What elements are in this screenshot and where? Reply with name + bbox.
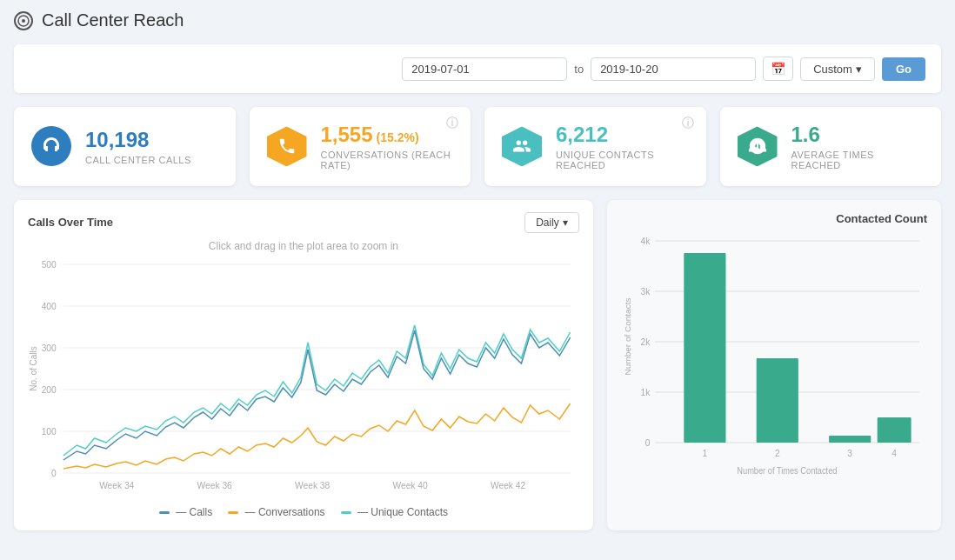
svg-point-1 xyxy=(22,19,25,23)
svg-text:300: 300 xyxy=(42,343,57,353)
chart-hint: Click and drag in the plot area to zoom … xyxy=(28,240,579,252)
svg-rect-34 xyxy=(878,417,912,443)
svg-text:Week 42: Week 42 xyxy=(491,481,526,490)
svg-text:0: 0 xyxy=(645,437,651,447)
svg-text:Week 36: Week 36 xyxy=(197,481,233,490)
stat-info-average: 1.6 AVERAGE TIMES REACHED xyxy=(791,123,925,170)
stat-info-conversations: 1,555 (15.2%) CONVERSATIONS (REACH RATE) xyxy=(321,123,454,170)
svg-text:3k: 3k xyxy=(640,285,650,296)
bar-chart-title: Contacted Count xyxy=(621,212,927,225)
legend-conversations: — Conversations xyxy=(228,506,324,518)
date-to-input[interactable] xyxy=(591,57,756,81)
svg-text:2k: 2k xyxy=(640,336,650,346)
stat-cards: 10,198 CALL CENTER CALLS 1,555 (15.2%) C… xyxy=(14,107,941,186)
svg-text:1: 1 xyxy=(702,447,707,457)
svg-text:0: 0 xyxy=(51,469,57,478)
svg-rect-32 xyxy=(757,358,798,443)
svg-text:200: 200 xyxy=(42,385,57,395)
svg-text:3: 3 xyxy=(847,447,852,457)
chevron-down-icon: ▾ xyxy=(563,217,568,229)
legend-calls: — Calls xyxy=(159,506,212,518)
daily-dropdown-button[interactable]: Daily ▾ xyxy=(524,212,579,233)
line-chart-panel: Calls Over Time Daily ▾ Click and drag i… xyxy=(14,200,593,530)
stat-label-calls: CALL CENTER CALLS xyxy=(85,155,218,165)
stat-value-conversations: 1,555 xyxy=(321,123,373,148)
headset-icon xyxy=(31,126,71,166)
svg-text:Week 40: Week 40 xyxy=(393,481,429,490)
svg-rect-31 xyxy=(684,253,725,443)
svg-text:Week 34: Week 34 xyxy=(99,481,135,490)
stat-card-average: 1.6 AVERAGE TIMES REACHED xyxy=(720,107,942,186)
users-circle-icon xyxy=(738,126,778,166)
calendar-button[interactable]: 📅 xyxy=(763,57,793,81)
line-chart-area: 500 400 300 200 100 0 Week 34 Week 36 xyxy=(28,256,579,499)
help-icon-conversations[interactable]: ⓘ xyxy=(446,116,458,131)
page-header: Call Center Reach xyxy=(14,10,941,30)
stat-info-calls: 10,198 CALL CENTER CALLS xyxy=(85,128,218,165)
filter-to-label: to xyxy=(574,63,584,76)
bottom-section: Calls Over Time Daily ▾ Click and drag i… xyxy=(14,200,941,530)
custom-dropdown-button[interactable]: Custom ▾ xyxy=(800,57,875,81)
chevron-down-icon: ▾ xyxy=(856,63,862,76)
page-icon xyxy=(14,11,33,30)
filter-bar: to 📅 Custom ▾ Go xyxy=(14,44,941,93)
svg-text:500: 500 xyxy=(42,260,57,270)
svg-text:Number of Times Contacted: Number of Times Contacted xyxy=(737,465,837,475)
line-chart-title: Calls Over Time xyxy=(28,216,113,229)
stat-card-unique: 6,212 UNIQUE CONTACTS REACHED ⓘ xyxy=(484,107,706,186)
svg-text:1k: 1k xyxy=(640,386,650,397)
page-title: Call Center Reach xyxy=(42,10,184,30)
svg-rect-33 xyxy=(829,436,871,443)
legend-unique-contacts: — Unique Contacts xyxy=(341,506,448,518)
bar-chart-area: 4k 3k 2k 1k 0 Number of Contacts xyxy=(621,232,927,476)
svg-text:4k: 4k xyxy=(640,235,650,245)
stat-label-average: AVERAGE TIMES REACHED xyxy=(791,150,925,170)
stat-value-unique: 6,212 xyxy=(556,123,689,148)
stat-value-average: 1.6 xyxy=(791,123,925,148)
line-chart-header: Calls Over Time Daily ▾ xyxy=(28,212,579,233)
svg-text:No. of Calls: No. of Calls xyxy=(29,346,38,391)
phone-icon xyxy=(267,126,307,166)
bar-chart-panel: Contacted Count 4k 3k 2k 1k 0 Numb xyxy=(607,200,941,530)
svg-text:Week 38: Week 38 xyxy=(295,481,331,490)
go-button[interactable]: Go xyxy=(882,57,925,81)
users-icon xyxy=(502,126,542,166)
svg-text:4: 4 xyxy=(892,447,897,457)
page-container: Call Center Reach to 📅 Custom ▾ Go 10,19… xyxy=(0,0,955,560)
stat-value-calls: 10,198 xyxy=(85,128,218,153)
stat-card-calls: 10,198 CALL CENTER CALLS xyxy=(14,107,236,186)
date-from-input[interactable] xyxy=(402,57,567,81)
help-icon-unique[interactable]: ⓘ xyxy=(682,116,694,131)
svg-text:400: 400 xyxy=(42,302,57,311)
stat-label-unique: UNIQUE CONTACTS REACHED xyxy=(556,150,689,170)
line-chart-legend: — Calls — Conversations — Unique Contact… xyxy=(28,506,579,518)
stat-label-conversations: CONVERSATIONS (REACH RATE) xyxy=(321,150,454,170)
svg-text:100: 100 xyxy=(42,427,57,437)
svg-text:Number of Contacts: Number of Contacts xyxy=(623,297,632,375)
stat-rate-conversations: (15.2%) xyxy=(377,130,419,144)
stat-card-conversations: 1,555 (15.2%) CONVERSATIONS (REACH RATE)… xyxy=(250,107,471,186)
svg-text:2: 2 xyxy=(775,447,780,457)
stat-info-unique: 6,212 UNIQUE CONTACTS REACHED xyxy=(556,123,689,170)
